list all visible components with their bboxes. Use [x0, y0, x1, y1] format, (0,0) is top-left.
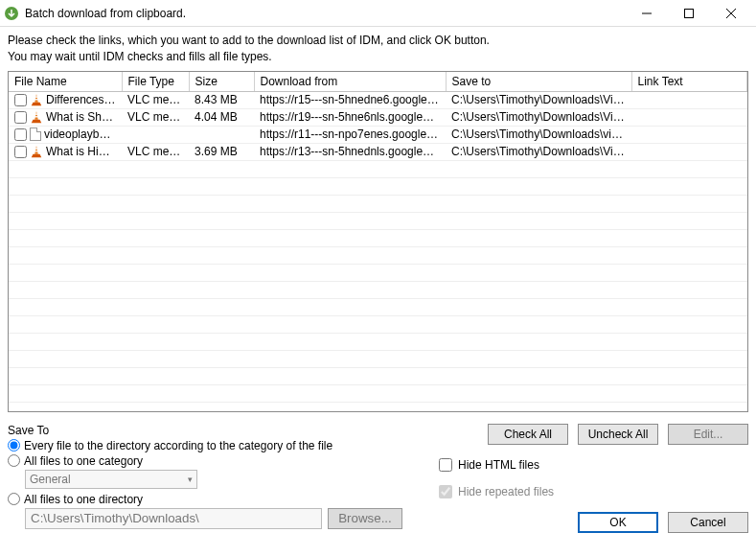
maximize-button[interactable]: [668, 0, 710, 27]
svg-rect-15: [34, 151, 38, 151]
info-text: Please check the links, which you want t…: [0, 27, 756, 67]
hide-repeated-label: Hide repeated files: [458, 485, 554, 498]
empty-row: [9, 229, 747, 246]
info-line-2: You may wait until IDM checks and fills …: [8, 49, 748, 65]
radio-one-directory[interactable]: All files to one directory: [8, 493, 420, 506]
category-select[interactable]: General ▾: [25, 470, 197, 489]
download-from: https://r19---sn-5hne6nls.googlevid...: [254, 108, 446, 126]
hide-html-checkbox-input[interactable]: [439, 458, 452, 472]
svg-marker-16: [32, 154, 42, 158]
ok-button[interactable]: OK: [578, 512, 658, 533]
radio-one-directory-input[interactable]: [8, 493, 20, 505]
cancel-button[interactable]: Cancel: [668, 512, 748, 533]
svg-marker-5: [34, 94, 38, 103]
radio-category-of-file-label: Every file to the directory according to…: [24, 439, 332, 452]
svg-rect-7: [34, 99, 38, 100]
vlc-icon: [30, 110, 43, 124]
save-to: C:\Users\Timothy\Downloads\Video\...: [446, 91, 631, 108]
app-icon: [4, 6, 19, 21]
col-header-from[interactable]: Download from: [254, 72, 446, 92]
empty-row: [9, 333, 747, 350]
svg-rect-6: [35, 97, 38, 98]
empty-row: [9, 384, 747, 402]
file-type: [122, 126, 189, 143]
svg-marker-9: [34, 111, 38, 120]
col-header-type[interactable]: File Type: [122, 72, 189, 92]
window-title: Batch download from clipboard.: [25, 7, 626, 20]
download-from: https://r11---sn-npo7enes.googlevi...: [254, 126, 446, 143]
edit-button[interactable]: Edit...: [668, 424, 748, 445]
svg-marker-12: [32, 120, 42, 124]
table-row[interactable]: videoplayback_3https://r11---sn-npo7enes…: [9, 126, 747, 143]
uncheck-all-button[interactable]: Uncheck All: [578, 424, 658, 445]
link-text: [631, 126, 747, 143]
file-size: 4.04 MB: [189, 108, 254, 126]
empty-row: [9, 281, 747, 298]
svg-rect-14: [35, 149, 38, 150]
file-table: File Name File Type Size Download from S…: [8, 71, 748, 412]
radio-one-category[interactable]: All files to one category: [8, 454, 420, 468]
vlc-icon: [30, 93, 43, 106]
svg-marker-8: [32, 103, 42, 106]
vlc-icon: [30, 145, 43, 158]
browse-button[interactable]: Browse...: [328, 508, 402, 529]
check-all-button[interactable]: Check All: [488, 424, 568, 445]
empty-row: [9, 315, 747, 333]
row-checkbox[interactable]: [14, 146, 27, 158]
download-from: https://r15---sn-5hnedne6.googlevi...: [254, 91, 446, 108]
save-to: C:\Users\Timothy\Downloads\videop...: [446, 126, 631, 143]
file-name: Differences b...: [46, 93, 116, 106]
table-row[interactable]: Differences b...VLC medi...8.43 MBhttps:…: [9, 91, 747, 108]
hide-repeated-checkbox-input[interactable]: [439, 485, 452, 498]
category-select-value: General: [30, 473, 71, 486]
file-type: VLC medi...: [122, 108, 189, 126]
col-header-link[interactable]: Link Text: [631, 72, 747, 92]
empty-row: [9, 298, 747, 315]
hide-html-checkbox[interactable]: Hide HTML files: [439, 458, 748, 472]
file-icon: [30, 127, 41, 141]
col-header-size[interactable]: Size: [189, 72, 254, 92]
empty-row: [9, 160, 747, 177]
empty-row: [9, 212, 747, 229]
hide-repeated-checkbox[interactable]: Hide repeated files: [439, 485, 748, 498]
table-row[interactable]: What is Hiber...VLC medi...3.69 MBhttps:…: [9, 143, 747, 160]
svg-rect-2: [685, 9, 694, 17]
chevron-down-icon: ▾: [188, 475, 193, 484]
save-to: C:\Users\Timothy\Downloads\Video\...: [446, 108, 631, 126]
radio-one-category-input[interactable]: [8, 454, 20, 467]
close-button[interactable]: [710, 0, 752, 27]
radio-category-of-file-input[interactable]: [8, 439, 20, 452]
file-size: 3.69 MB: [189, 143, 254, 160]
save-to-panel: Save To Every file to the directory acco…: [8, 424, 420, 533]
hide-html-label: Hide HTML files: [458, 458, 539, 472]
row-checkbox[interactable]: [14, 94, 27, 106]
row-checkbox[interactable]: [14, 128, 27, 141]
empty-row: [9, 246, 747, 264]
file-name: What is Hiber...: [46, 145, 116, 158]
save-to: C:\Users\Timothy\Downloads\Video\...: [446, 143, 631, 160]
link-text: [631, 91, 747, 108]
col-header-name[interactable]: File Name: [9, 72, 122, 92]
radio-one-category-label: All files to one category: [24, 454, 143, 468]
file-name: What is Shutd...: [46, 110, 116, 124]
directory-path-input[interactable]: [25, 508, 322, 529]
radio-category-of-file[interactable]: Every file to the directory according to…: [8, 439, 420, 452]
file-type: VLC medi...: [122, 143, 189, 160]
link-text: [631, 108, 747, 126]
col-header-save[interactable]: Save to: [446, 72, 631, 92]
svg-marker-13: [34, 146, 38, 154]
empty-row: [9, 350, 747, 367]
row-checkbox[interactable]: [14, 111, 27, 124]
minimize-button[interactable]: [626, 0, 668, 27]
radio-one-directory-label: All files to one directory: [24, 493, 143, 506]
empty-row: [9, 367, 747, 384]
svg-rect-11: [34, 116, 38, 117]
download-from: https://r13---sn-5hnednls.googlevid...: [254, 143, 446, 160]
save-to-title: Save To: [8, 424, 420, 437]
link-text: [631, 143, 747, 160]
file-name: videoplayback_3: [44, 127, 116, 141]
table-row[interactable]: What is Shutd...VLC medi...4.04 MBhttps:…: [9, 108, 747, 126]
info-line-1: Please check the links, which you want t…: [8, 33, 748, 49]
empty-row: [9, 177, 747, 195]
titlebar: Batch download from clipboard.: [0, 0, 756, 27]
